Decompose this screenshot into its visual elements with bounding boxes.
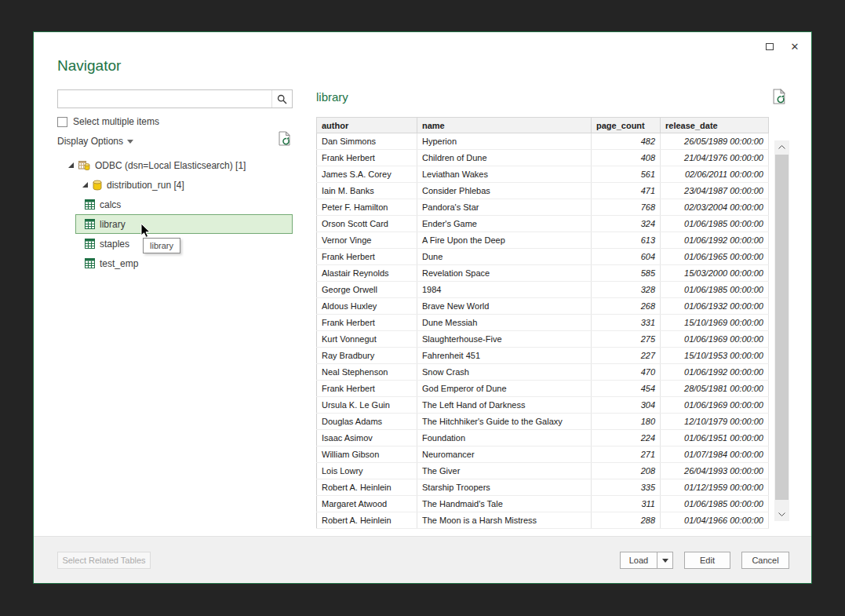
table-row: Robert A. HeinleinThe Moon is a Harsh Mi… (317, 512, 769, 529)
table-cell: God Emperor of Dune (417, 381, 592, 397)
tree-item-label: ODBC (dsn=Local Elasticsearch) [1] (95, 160, 246, 171)
table-cell: Starship Troopers (417, 479, 592, 496)
table-row: Frank HerbertDune Messiah33115/10/1969 0… (317, 315, 769, 331)
table-cell: 585 (592, 265, 661, 282)
refresh-sources-button[interactable] (279, 131, 292, 149)
table-cell: The Left Hand of Darkness (417, 397, 592, 414)
column-header-author: author (317, 118, 417, 133)
desktop-backdrop: ✕ Navigator Select multiple items Displa… (0, 0, 845, 616)
table-cell: Foundation (417, 430, 592, 447)
table-cell: Neuromancer (417, 447, 592, 463)
table-cell: Hyperion (417, 133, 592, 150)
table-cell: Children of Dune (417, 150, 592, 166)
table-cell: 324 (592, 216, 661, 232)
table-cell: 328 (592, 282, 661, 298)
select-related-tables-button[interactable]: Select Related Tables (57, 552, 151, 569)
chevron-down-icon (127, 140, 133, 144)
table-row: Iain M. BanksConsider Phlebas47123/04/19… (317, 183, 769, 199)
select-multiple-checkbox[interactable] (57, 117, 67, 127)
refresh-preview-button[interactable] (773, 89, 787, 108)
edit-button[interactable]: Edit (684, 552, 730, 569)
table-row: Neal StephensonSnow Crash47001/06/1992 0… (317, 364, 769, 381)
expand-collapse-icon[interactable] (80, 181, 90, 188)
table-cell: Fahrenheit 451 (417, 348, 592, 364)
preview-table: authornamepage_countrelease_date Dan Sim… (316, 117, 769, 529)
table-cell: 01/12/1959 00:00:00 (661, 479, 769, 496)
tree-item-label: distribution_run [4] (107, 180, 184, 191)
table-cell: Consider Phlebas (417, 183, 592, 199)
table-cell: 02/03/2004 00:00:00 (661, 199, 769, 216)
table-cell: Aldous Huxley (317, 298, 417, 315)
preview-title: library (316, 90, 348, 104)
table-row: Frank HerbertGod Emperor of Dune45428/05… (317, 381, 769, 397)
scrollbar-thumb[interactable] (775, 155, 789, 500)
table-row: Margaret AtwoodThe Handmaid's Tale31101/… (317, 496, 769, 512)
table-cell: 26/05/1989 00:00:00 (661, 133, 769, 150)
mouse-cursor (140, 223, 151, 239)
table-cell: The Giver (417, 463, 592, 479)
chevron-down-icon (662, 559, 668, 563)
close-button[interactable]: ✕ (786, 38, 803, 54)
table-cell: Ray Bradbury (317, 348, 417, 364)
table-cell: 227 (592, 348, 661, 364)
table-row: Ray BradburyFahrenheit 45122715/10/1953 … (317, 348, 769, 364)
maximize-button[interactable] (761, 38, 778, 54)
database-icon (93, 180, 102, 191)
table-cell: 331 (592, 315, 661, 331)
tree-item-library[interactable]: library (75, 214, 293, 234)
table-row: Lois LowryThe Giver20826/04/1993 00:00:0… (317, 463, 769, 479)
table-cell: 01/06/1965 00:00:00 (661, 249, 769, 265)
chevron-down-icon (778, 512, 785, 516)
table-row: James S.A. CoreyLeviathan Wakes56102/06/… (317, 166, 769, 183)
table-cell: Orson Scott Card (317, 216, 417, 232)
table-cell: Kurt Vonnegut (317, 331, 417, 348)
preview-scrollbar[interactable] (774, 140, 789, 521)
table-cell: William Gibson (317, 447, 417, 463)
tree-item-label: test_emp (100, 258, 138, 269)
tree-item-distribution-run-4[interactable]: distribution_run [4] (79, 175, 293, 195)
navigator-dialog: ✕ Navigator Select multiple items Displa… (33, 31, 812, 584)
table-row: Alastair ReynoldsRevelation Space58515/0… (317, 265, 769, 282)
table-cell: 454 (592, 381, 661, 397)
search-box (57, 89, 293, 108)
table-cell: 561 (592, 166, 661, 183)
load-button[interactable]: Load (620, 552, 657, 569)
table-row: Kurt VonnegutSlaughterhouse-Five27501/06… (317, 331, 769, 348)
table-row: Frank HerbertChildren of Dune40821/04/19… (317, 150, 769, 166)
table-cell: 304 (592, 397, 661, 414)
chevron-up-icon (778, 145, 785, 149)
table-cell: 275 (592, 331, 661, 348)
table-header-row: authornamepage_countrelease_date (317, 118, 769, 133)
table-cell: 26/04/1993 00:00:00 (661, 463, 769, 479)
tree-item-test-emp[interactable]: test_emp (75, 253, 293, 273)
table-cell: Frank Herbert (317, 249, 417, 265)
table-row: Orson Scott CardEnder's Game32401/06/198… (317, 216, 769, 232)
tree-item-calcs[interactable]: calcs (75, 195, 293, 214)
table-cell: Dune Messiah (417, 315, 592, 331)
tree-item-staples[interactable]: staples (75, 234, 293, 253)
tree-item-odbc-dsn-local-elasticsearch-1[interactable]: ODBC (dsn=Local Elasticsearch) [1] (65, 155, 293, 175)
table-icon (85, 219, 95, 229)
search-input[interactable] (58, 90, 271, 108)
table-cell: Isaac Asimov (317, 430, 417, 447)
table-cell: Brave New World (417, 298, 592, 315)
table-cell: 15/10/1969 00:00:00 (661, 315, 769, 331)
scroll-down-button[interactable] (774, 508, 789, 521)
table-cell: Dan Simmons (317, 133, 417, 150)
table-icon (85, 258, 95, 268)
table-cell: George Orwell (317, 282, 417, 298)
cancel-button[interactable]: Cancel (741, 552, 789, 569)
table-cell: 268 (592, 298, 661, 315)
table-cell: 1984 (417, 282, 592, 298)
table-cell: 01/06/1985 00:00:00 (661, 282, 769, 298)
table-cell: Lois Lowry (317, 463, 417, 479)
expand-collapse-icon[interactable] (66, 162, 76, 169)
display-options-dropdown[interactable]: Display Options (57, 136, 133, 147)
table-cell: James S.A. Corey (317, 166, 417, 183)
search-button[interactable] (271, 90, 292, 108)
dialog-footer: Select Related Tables Load Edit Cancel (34, 536, 811, 583)
load-dropdown-button[interactable] (657, 552, 673, 569)
scroll-up-button[interactable] (774, 140, 789, 154)
select-multiple-row: Select multiple items (57, 116, 159, 127)
table-cell: 01/06/1985 00:00:00 (661, 496, 769, 512)
